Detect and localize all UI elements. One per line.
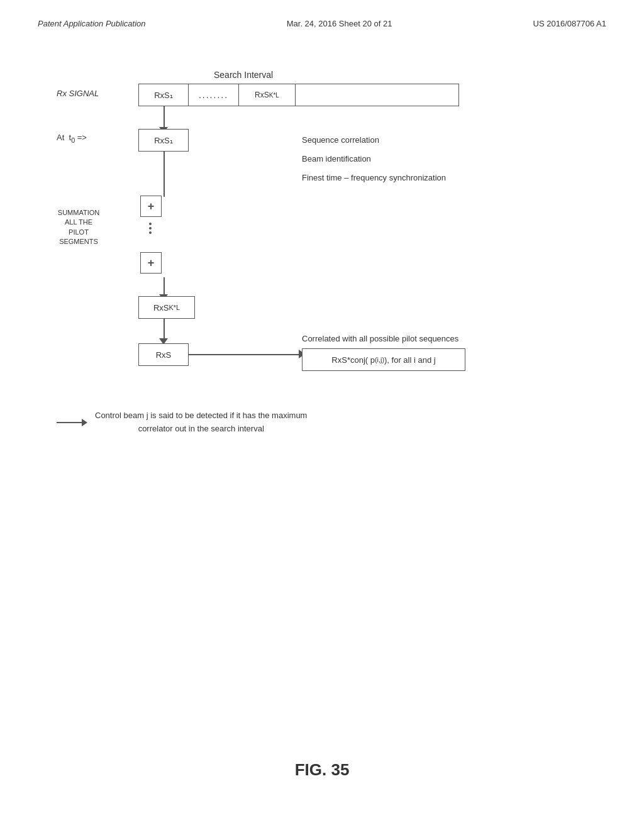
rx-signal-row: RxS₁ ........ RxS K*L [138,84,459,106]
search-interval-bracket [296,84,459,106]
arrow-right-line [189,354,302,355]
header-center: Mar. 24, 2016 Sheet 20 of 21 [287,19,392,28]
diagram-area: Search Interval Rx SIGNAL RxS₁ ........ … [38,70,606,636]
fig-label: FIG. 35 [295,760,350,780]
dots-box: ........ [189,84,239,106]
vert-connector [164,152,165,197]
header-left: Patent Application Publication [38,19,146,28]
summation-label: SUMMATIONALL THEPILOTSEGMENTS [44,208,113,247]
page: Patent Application Publication Mar. 24, … [0,0,644,830]
header: Patent Application Publication Mar. 24, … [38,19,606,32]
at-t0-label: At t0 => [57,133,87,144]
arrow-down-line-3 [164,319,165,340]
conj-box: RxS*conj( p (i,j) ), for all i and j [302,348,465,371]
rxs-kl-2-box: RxS K*L [138,296,195,319]
vdots [149,223,152,234]
plus-box-2: + [140,252,162,274]
header-right: US 2016/087706 A1 [533,19,606,28]
control-beam-section: Control beam j is said to be detected if… [57,409,307,436]
beam-id-label: Beam identification [302,154,371,163]
control-beam-arrow [57,419,87,426]
control-beam-text: Control beam j is said to be detected if… [95,409,307,436]
rxs1-box: RxS₁ [138,84,189,106]
rxs-box: RxS [138,343,189,366]
search-interval-label: Search Interval [214,70,273,80]
plus-box-1: + [140,196,162,217]
rxs1-t0-box: RxS₁ [138,129,189,152]
arrow-down-line-1 [164,106,165,129]
corr-label: Correlated with all possible pilot seque… [302,334,458,343]
finest-time-label: Finest time – frequency synchronization [302,173,446,182]
rxs-kl-top-box: RxS K*L [239,84,296,106]
seq-corr-label: Sequence correlation [302,135,379,145]
arrow-down-line-2 [164,277,165,296]
rx-signal-label: Rx SIGNAL [57,89,99,98]
